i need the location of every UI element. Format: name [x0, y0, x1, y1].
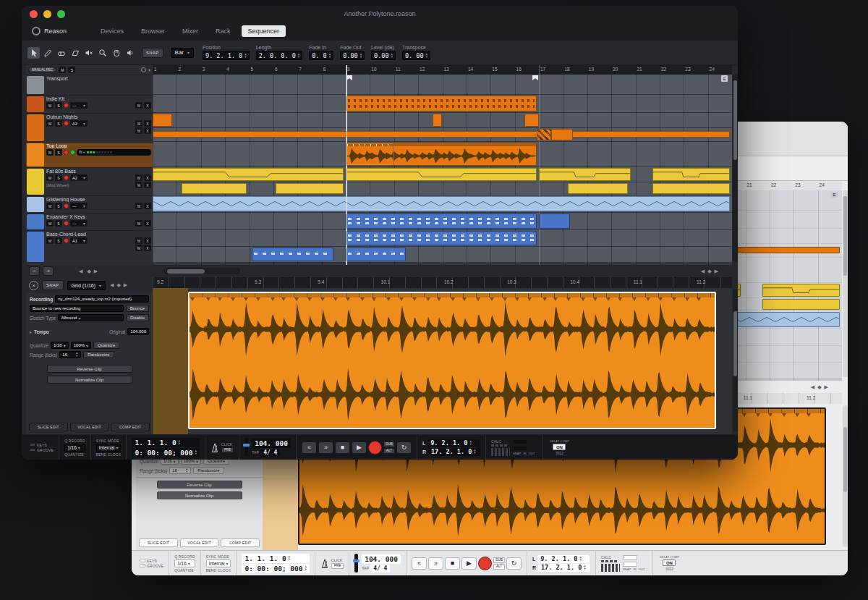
loop-button[interactable]: ↻: [396, 441, 412, 454]
track-output-select[interactable]: —▾: [70, 102, 88, 109]
clip-fat1[interactable]: [346, 168, 537, 181]
record-arm-button[interactable]: [64, 175, 69, 180]
track-solo-button[interactable]: S: [55, 174, 62, 181]
goto-left-locator-button[interactable]: ◀: [78, 269, 83, 274]
track-mute-button[interactable]: M: [46, 220, 54, 227]
stretch-type-select[interactable]: Allround▾: [58, 314, 124, 321]
pre-button[interactable]: PRE: [331, 563, 344, 569]
bar-ruler[interactable]: 1234567891011121314151617181920212223242…: [153, 65, 732, 75]
record-arm-button[interactable]: [64, 150, 69, 155]
track-fat[interactable]: Fat 80s BassMSA2▾MX(Mod Wheel)MX: [26, 167, 153, 195]
close-window-button[interactable]: [30, 10, 38, 18]
lane-mute-button[interactable]: M: [135, 245, 142, 251]
tempo-original-value[interactable]: 104.000: [127, 328, 149, 335]
clip-fat1[interactable]: [539, 168, 631, 181]
arrangement-vscrollbar[interactable]: [733, 75, 738, 261]
length-value-box[interactable]: 2. 0. 0. 0▲▼: [256, 51, 303, 60]
track-solo-button[interactable]: S: [55, 220, 62, 227]
manual-rec-button[interactable]: MANUAL REC: [28, 67, 56, 73]
fast-forward-button[interactable]: »: [318, 441, 333, 454]
clip-fat1[interactable]: [153, 168, 344, 181]
global-solo-button[interactable]: S: [68, 67, 75, 73]
track-mute-button[interactable]: M: [46, 174, 54, 181]
tempo-slider[interactable]: [244, 438, 248, 457]
keys-indicator[interactable]: [140, 559, 145, 562]
comp-edit-tab[interactable]: COMP EDIT: [221, 538, 260, 547]
snap-value-select[interactable]: Bar ▾: [171, 48, 194, 58]
reverse-clip-button[interactable]: Reverse Clip: [157, 481, 242, 489]
rewind-button[interactable]: «: [302, 441, 317, 454]
arrangement-vscrollbar[interactable]: [843, 190, 848, 377]
reverse-clip-button[interactable]: Reverse Clip: [47, 365, 132, 373]
editor-vscrollbar[interactable]: [843, 405, 848, 547]
track-toploop[interactable]: Top LoopMSIN +: [26, 142, 153, 167]
clip-expander[interactable]: [346, 214, 537, 229]
lane-x-button[interactable]: X: [144, 220, 151, 227]
zoom-window-button[interactable]: [57, 10, 65, 18]
lane-x-button[interactable]: X: [144, 102, 151, 109]
clip-bass2[interactable]: [346, 248, 406, 261]
magnify-tool-button[interactable]: [96, 47, 109, 59]
pencil-tool-button[interactable]: [41, 47, 54, 59]
clip-outrun2[interactable]: [153, 131, 730, 138]
tempo-expand-caret[interactable]: ▸: [30, 329, 32, 334]
sync-mode-select[interactable]: Internal▾: [96, 444, 122, 452]
lane-mute-button[interactable]: M: [135, 220, 142, 227]
record-arm-button[interactable]: [64, 203, 69, 208]
tempo-display[interactable]: 104. 000: [252, 439, 291, 448]
eraser-tool-button[interactable]: [55, 47, 67, 59]
vocal-edit-tab[interactable]: VOCAL EDIT: [70, 423, 109, 431]
nudge-cluster[interactable]: ◀◆▶: [810, 384, 829, 390]
record-button[interactable]: [368, 441, 382, 455]
track-output-select[interactable]: A1▾: [70, 237, 88, 244]
track-solo-button[interactable]: S: [55, 203, 62, 209]
bounce-button[interactable]: Bounce: [126, 305, 149, 312]
clip-bass2[interactable]: [252, 248, 334, 261]
track-indie[interactable]: Indie KitMS—▾MX: [26, 95, 153, 113]
position-value-box[interactable]: 9. 2. 1. 0▲▼: [203, 51, 250, 60]
track-expander[interactable]: Expander X KeysMS—▾MX: [26, 213, 153, 230]
track-outrun[interactable]: Outrun NightsMSA2▾MXMX: [26, 113, 153, 142]
position-bars-display[interactable]: 1. 1. 1. 0▲▼: [132, 438, 200, 447]
razor-tool-button[interactable]: [69, 47, 81, 59]
tab-sequencer[interactable]: Sequencer: [242, 25, 286, 37]
lane-x-button[interactable]: X: [144, 182, 151, 188]
normalize-clip-button[interactable]: Normalize Clip: [47, 376, 132, 384]
lane-x-button[interactable]: X: [144, 120, 151, 127]
groove-indicator[interactable]: [30, 448, 35, 452]
waveform-editor[interactable]: 9.29.39.410.110.210.310.411.111.2: [153, 277, 732, 434]
alt-button[interactable]: ALT: [383, 448, 395, 454]
chevron-down-icon[interactable]: ▾: [148, 67, 150, 72]
vocal-edit-tab[interactable]: VOCAL EDIT: [180, 538, 219, 547]
position-bars-display[interactable]: 1. 1. 1. 0▲▼: [242, 554, 310, 563]
clip-outrun1[interactable]: [524, 114, 539, 127]
clip-fat2[interactable]: [652, 183, 730, 194]
slice-edit-tab[interactable]: SLICE EDIT: [139, 538, 178, 547]
lane-x-button[interactable]: X: [144, 174, 151, 181]
clip-fat1[interactable]: [762, 284, 840, 297]
track-mute-button[interactable]: M: [46, 203, 54, 209]
tempo-display[interactable]: 104. 000: [362, 554, 401, 564]
record-arm-button[interactable]: [64, 121, 69, 126]
clip-bass1[interactable]: [346, 231, 537, 245]
lane-mute-button[interactable]: M: [135, 120, 142, 127]
track-solo-button[interactable]: S: [55, 102, 62, 109]
q-record-select[interactable]: 1/16▾: [174, 559, 195, 567]
audio-clip-editor[interactable]: [188, 292, 716, 429]
editor-vscrollbar[interactable]: [733, 290, 738, 431]
tab-devices[interactable]: Devices: [94, 25, 130, 37]
tap-label[interactable]: TAP: [252, 450, 259, 455]
randomize-button[interactable]: Randomize: [193, 467, 224, 474]
tap-label[interactable]: TAP: [362, 566, 369, 570]
editor-ruler[interactable]: 9.29.39.410.110.210.310.411.111.2: [153, 277, 732, 288]
clip-expander[interactable]: [539, 214, 570, 229]
groove-indicator[interactable]: [140, 564, 145, 567]
lane-mute-button[interactable]: M: [135, 174, 142, 181]
editor-wave-area[interactable]: [153, 288, 732, 434]
delay-comp-on-button[interactable]: ON: [553, 444, 566, 450]
clip-glis[interactable]: [153, 196, 730, 211]
lane-mute-button[interactable]: M: [135, 182, 142, 188]
pre-button[interactable]: PRE: [221, 447, 234, 453]
track-solo-button[interactable]: S: [55, 120, 62, 127]
record-arm-button[interactable]: [64, 103, 69, 108]
